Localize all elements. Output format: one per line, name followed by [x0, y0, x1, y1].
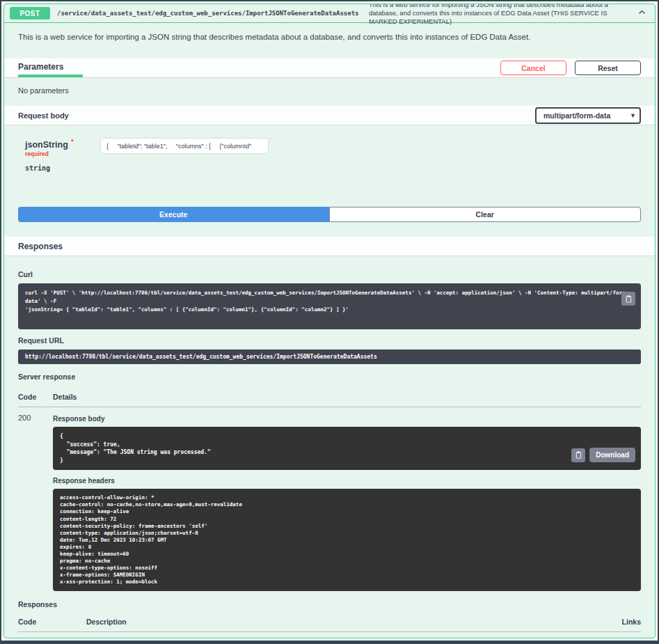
description-column-header: Description: [53, 618, 592, 626]
request-url-value: http://localhost:7780/tbl/service/data_a…: [18, 350, 641, 364]
clipboard-icon: [575, 451, 582, 459]
content-type-select[interactable]: multipart/form-data: [535, 107, 641, 124]
parameter-row-jsonstring: jsonString * required string: [4, 125, 655, 204]
curl-command[interactable]: curl -X 'POST' \ 'http://localhost:7780/…: [18, 283, 641, 329]
links-column-header: Links: [592, 618, 641, 626]
operation-description: This is a web service for importing a JS…: [4, 23, 655, 58]
response-headers-list: access-control-allow-origin: * cache-con…: [53, 489, 641, 591]
tab-parameters[interactable]: Parameters: [18, 58, 83, 77]
http-method-badge: POST: [10, 7, 50, 19]
opblock-summary[interactable]: POST /service/data_assets_test/edg_custo…: [4, 4, 655, 23]
execute-button[interactable]: Execute: [18, 207, 329, 222]
reset-button[interactable]: Reset: [575, 61, 641, 75]
curl-label: Curl: [18, 270, 641, 278]
clipboard-icon: [625, 295, 633, 303]
response-details-cell: Response body { "success": true, "messag…: [53, 414, 641, 591]
server-response-table-header: Code Details: [18, 386, 641, 407]
response-headers-label: Response headers: [53, 477, 641, 485]
response-status-code: 200: [18, 414, 53, 591]
server-response-row: 200 Response body { "success": true, "me…: [18, 407, 641, 591]
documented-responses-table-header: Code Description Links: [18, 613, 641, 632]
collapse-button[interactable]: [635, 6, 649, 20]
request-body-header: Request body multipart/form-data ▼: [4, 105, 655, 125]
details-column-header: Details: [53, 393, 641, 401]
parameter-type: string: [25, 164, 92, 172]
response-body-json: { "success": true, "message": "The JSON …: [53, 427, 641, 470]
documented-responses-label: Responses: [18, 600, 641, 608]
jsonstring-input[interactable]: [100, 138, 269, 154]
cancel-button[interactable]: Cancel: [500, 61, 566, 75]
no-parameters-message: No parameters: [4, 78, 655, 105]
content-type-select-wrap: multipart/form-data ▼: [535, 107, 641, 124]
browser-viewport: POST /service/data_assets_test/edg_custo…: [0, 0, 659, 644]
request-url-label: Request URL: [18, 336, 641, 345]
chevron-up-icon: [637, 8, 646, 17]
copy-response-button[interactable]: [571, 448, 585, 462]
execute-row: Execute Clear: [18, 207, 641, 222]
server-response-label: Server response: [18, 372, 641, 381]
parameter-name-cell: jsonString * required string: [25, 138, 92, 172]
code-column-header: Code: [18, 618, 53, 626]
clear-button[interactable]: Clear: [329, 207, 642, 222]
responses-title: Responses: [18, 242, 63, 251]
responses-body: Curl curl -X 'POST' \ 'http://localhost:…: [4, 256, 655, 638]
parameter-value-cell: [100, 138, 269, 172]
endpoint-path: /service/data_assets_test/edg_custom_web…: [57, 10, 358, 17]
opblock-post: POST /service/data_assets_test/edg_custo…: [3, 3, 656, 638]
request-body-label: Request body: [18, 111, 69, 120]
download-button[interactable]: Download: [589, 448, 635, 462]
responses-section-header: Responses: [4, 236, 655, 256]
copy-curl-button[interactable]: [621, 292, 635, 306]
parameter-name: jsonString: [25, 140, 68, 150]
code-column-header: Code: [18, 393, 53, 401]
response-body-label: Response body: [53, 415, 641, 423]
parameters-header: Parameters Cancel Reset: [4, 58, 655, 78]
documented-response-row: 200 Successful operation Media type appl…: [18, 632, 641, 638]
